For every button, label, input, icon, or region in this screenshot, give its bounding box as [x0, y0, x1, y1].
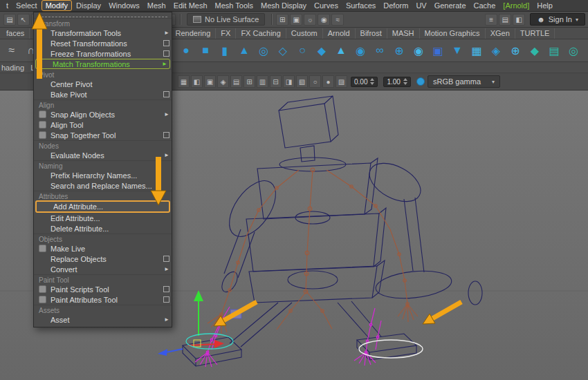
menubar-item-arnold[interactable]: [Arnold] [499, 1, 533, 10]
color-management-icon[interactable] [416, 77, 425, 86]
select-by-object-icon[interactable]: ↖ [17, 14, 30, 26]
option-box-icon[interactable] [163, 256, 169, 262]
menu-item-center-pivot[interactable]: Center Pivot [34, 79, 172, 89]
menubar-item-curves[interactable]: Curves [311, 1, 342, 10]
poly-cone-icon[interactable]: ▲ [235, 41, 253, 59]
select-by-hierarchy-icon[interactable]: ▤ [3, 14, 16, 26]
manipulator-z-axis[interactable] [166, 349, 183, 352]
frame-rate-display-icon[interactable]: ◧ [513, 14, 525, 26]
construction-history-icon[interactable]: ⊞ [276, 14, 288, 26]
menu-item-transformation-tools[interactable]: Transformation Tools► [34, 28, 172, 38]
menu-item-paint-scripts-tool[interactable]: Paint Scripts Tool [34, 284, 172, 294]
manipulator-y-arrowhead[interactable] [194, 290, 203, 301]
menu-item-align-tool[interactable]: Align Tool [34, 120, 172, 130]
shelf-tab-faces[interactable]: faces [1, 28, 30, 39]
shelf-tab-bifrost[interactable]: Bifrost [356, 28, 387, 39]
option-box-icon[interactable] [163, 40, 169, 46]
menu-item-make-live[interactable]: Make Live [34, 243, 172, 254]
sign-in-button[interactable]: ☻ Sign In ▾ [530, 13, 585, 26]
option-box-icon[interactable] [163, 296, 169, 303]
super-ellipse-icon[interactable]: ▣ [429, 41, 447, 59]
gate-mask-icon[interactable]: ○ [309, 75, 321, 88]
menu-item-convert[interactable]: Convert► [34, 264, 172, 274]
menu-item-replace-objects[interactable]: Replace Objects [34, 254, 172, 264]
menubar-item-modify[interactable]: Modify [42, 0, 72, 11]
gamma-spinner[interactable] [403, 78, 407, 85]
menu-item-bake-pivot[interactable]: Bake Pivot [34, 89, 172, 99]
bevel-icon[interactable]: ◆ [526, 41, 544, 59]
multi-cut-icon[interactable]: ◈ [487, 41, 505, 59]
menu-item-match-transformations[interactable]: Match Transformations► [35, 59, 170, 69]
shelf-tab-fx-caching[interactable]: FX Caching [236, 28, 286, 39]
shelf-tab-rendering[interactable]: Rendering [171, 28, 217, 39]
menu-item-asset[interactable]: Asset► [34, 314, 172, 325]
grease-pencil-icon[interactable]: ▥ [257, 75, 268, 88]
platonic-solid-icon[interactable]: ◆ [313, 41, 331, 59]
menubar-item-mesh[interactable]: Mesh [144, 1, 169, 10]
target-weld-icon[interactable]: ⊕ [506, 41, 524, 59]
camera-attributes-icon[interactable]: ▣ [204, 75, 216, 88]
menu-item-freeze-transformations[interactable]: Freeze Transformations [34, 48, 172, 59]
poly-plane-icon[interactable]: ◇ [274, 41, 292, 59]
exposure-spinner[interactable] [370, 78, 374, 85]
image-plane-icon[interactable]: ▤ [230, 75, 242, 88]
two-d-pan-zoom-icon[interactable]: ⊞ [244, 75, 255, 88]
menubar-item-t[interactable]: t [3, 1, 12, 10]
option-box-icon[interactable] [163, 132, 169, 138]
menu-item-edit-attribute[interactable]: Edit Attribute... [34, 213, 172, 223]
menu-item-paint-attributes-tool[interactable]: Paint Attributes Tool [34, 294, 172, 305]
shelf-tab-custom[interactable]: Custom [286, 28, 323, 39]
bridge-icon[interactable]: ▤ [545, 41, 563, 59]
script-editor-icon[interactable]: ▤ [499, 14, 511, 26]
shelf-tab-mash[interactable]: MASH [387, 28, 420, 39]
poly-pipe-icon[interactable]: ◉ [351, 41, 369, 59]
manipulator-x-arrowhead[interactable] [214, 340, 224, 348]
shelf-tab-arnold[interactable]: Arnold [323, 28, 356, 39]
poly-sphere-icon[interactable]: ● [177, 41, 195, 59]
poly-gear-icon[interactable]: ⊕ [390, 41, 408, 59]
menu-item-prefix-hierarchy-names[interactable]: Prefix Hierarchy Names... [34, 170, 172, 180]
menu-tearoff-handle[interactable] [38, 14, 167, 17]
menu-item-add-attribute[interactable]: Add Attribute... [35, 200, 170, 213]
resolution-gate-icon[interactable]: ▧ [296, 75, 308, 88]
sculpt-tool-icon[interactable]: ▼ [448, 41, 466, 59]
grid-display-icon[interactable]: ⊟ [270, 75, 282, 88]
menubar-item-deform[interactable]: Deform [380, 1, 412, 10]
menu-item-evaluate-nodes[interactable]: Evaluate Nodes► [34, 150, 172, 160]
menubar-item-mesh-tools[interactable]: Mesh Tools [212, 1, 257, 10]
poly-pyramid-icon[interactable]: ▲ [332, 41, 350, 59]
menubar-item-display[interactable]: Display [73, 1, 104, 10]
poly-cylinder-icon[interactable]: ▮ [216, 41, 234, 59]
panel-menu-partial-text[interactable]: hading Li [1, 64, 37, 72]
manipulator-z-arrowhead[interactable] [158, 349, 167, 356]
render-settings-icon[interactable]: ≈ [331, 14, 344, 26]
poly-helix-icon[interactable]: ∞ [371, 41, 389, 59]
command-line-toggle-icon[interactable]: ≡ [485, 14, 497, 26]
menubar-item-select[interactable]: Select [12, 1, 41, 10]
shelf-tab-xgen[interactable]: XGen [486, 28, 515, 39]
poly-cube-icon[interactable]: ■ [196, 41, 214, 59]
option-box-icon[interactable] [163, 50, 169, 57]
menubar-item-cache[interactable]: Cache [470, 1, 499, 10]
gamma-field[interactable]: 1.00 [383, 77, 410, 87]
boolean-icon[interactable]: ◎ [564, 41, 582, 59]
menu-item-reset-transformations[interactable]: Reset Transformations [34, 38, 172, 48]
lock-camera-icon[interactable]: ◧ [191, 75, 203, 88]
view-transform-dropdown[interactable]: sRGB gamma ▾ [428, 75, 500, 88]
poly-disc-icon[interactable]: ○ [293, 41, 311, 59]
open-render-view-icon[interactable]: ▣ [290, 14, 302, 26]
manipulator-x-axis[interactable] [188, 344, 216, 345]
menubar-item-edit-mesh[interactable]: Edit Mesh [170, 1, 211, 10]
ep-curve-tool-icon[interactable]: ≈ [3, 41, 21, 59]
shelf-tab-turtle[interactable]: TURTLE [515, 28, 555, 39]
menu-item-search-and-replace-names[interactable]: Search and Replace Names... [34, 180, 172, 191]
film-gate-icon[interactable]: ◨ [283, 75, 295, 88]
poly-torus-icon[interactable]: ◎ [255, 41, 273, 59]
menu-item-snap-align-objects[interactable]: Snap Align Objects► [34, 109, 172, 120]
bookmarks-icon[interactable]: ◈ [217, 75, 229, 88]
option-box-icon[interactable] [163, 91, 169, 97]
menu-item-snap-together-tool[interactable]: Snap Together Tool [34, 130, 172, 140]
soccer-ball-icon[interactable]: ◉ [410, 41, 428, 59]
menubar-item-help[interactable]: Help [533, 1, 556, 10]
menubar-item-uv[interactable]: UV [412, 1, 430, 10]
